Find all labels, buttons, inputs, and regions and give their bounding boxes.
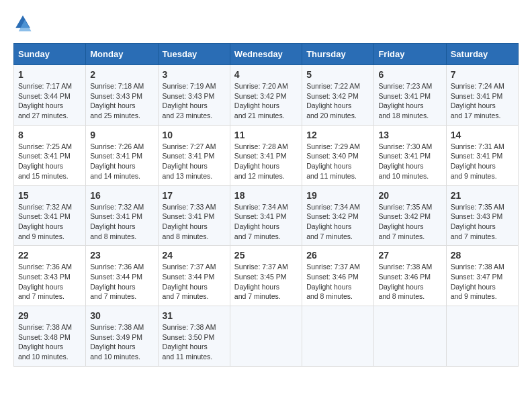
- calendar-cell: [230, 306, 302, 367]
- calendar-cell: [374, 306, 446, 367]
- cell-info: Sunrise: 7:38 AMSunset: 3:50 PMDaylight …: [163, 323, 216, 361]
- day-number: 7: [451, 69, 514, 80]
- col-tuesday: Tuesday: [158, 44, 230, 65]
- calendar-cell: 20 Sunrise: 7:35 AMSunset: 3:42 PMDaylig…: [374, 185, 446, 246]
- cell-info: Sunrise: 7:38 AMSunset: 3:49 PMDaylight …: [90, 323, 144, 361]
- cell-info: Sunrise: 7:28 AMSunset: 3:41 PMDaylight …: [234, 142, 288, 180]
- calendar-cell: 11 Sunrise: 7:28 AMSunset: 3:41 PMDaylig…: [230, 125, 302, 185]
- cell-info: Sunrise: 7:33 AMSunset: 3:41 PMDaylight …: [163, 203, 216, 240]
- cell-info: Sunrise: 7:22 AMSunset: 3:42 PMDaylight …: [306, 82, 360, 120]
- day-number: 15: [18, 190, 81, 201]
- day-number: 25: [234, 250, 298, 261]
- day-number: 17: [163, 190, 226, 201]
- day-number: 6: [378, 69, 441, 80]
- cell-info: Sunrise: 7:38 AMSunset: 3:47 PMDaylight …: [451, 263, 504, 300]
- calendar-cell: 24 Sunrise: 7:37 AMSunset: 3:44 PMDaylig…: [158, 246, 230, 306]
- col-saturday: Saturday: [446, 44, 518, 65]
- cell-info: Sunrise: 7:37 AMSunset: 3:45 PMDaylight …: [234, 263, 288, 300]
- calendar-cell: 19 Sunrise: 7:34 AMSunset: 3:42 PMDaylig…: [302, 185, 374, 246]
- cell-info: Sunrise: 7:20 AMSunset: 3:42 PMDaylight …: [234, 82, 288, 120]
- calendar-cell: 28 Sunrise: 7:38 AMSunset: 3:47 PMDaylig…: [446, 246, 518, 306]
- cell-info: Sunrise: 7:23 AMSunset: 3:41 PMDaylight …: [378, 82, 432, 120]
- calendar-cell: 5 Sunrise: 7:22 AMSunset: 3:42 PMDayligh…: [302, 65, 374, 126]
- calendar-cell: 14 Sunrise: 7:31 AMSunset: 3:41 PMDaylig…: [446, 125, 518, 185]
- cell-info: Sunrise: 7:24 AMSunset: 3:41 PMDaylight …: [451, 82, 504, 120]
- day-number: 24: [163, 250, 226, 261]
- calendar-cell: 21 Sunrise: 7:35 AMSunset: 3:43 PMDaylig…: [446, 185, 518, 246]
- day-number: 16: [90, 190, 153, 201]
- calendar-week-row: 22 Sunrise: 7:36 AMSunset: 3:43 PMDaylig…: [14, 246, 519, 306]
- day-number: 13: [378, 130, 441, 140]
- day-number: 8: [18, 130, 81, 140]
- calendar-cell: 13 Sunrise: 7:30 AMSunset: 3:41 PMDaylig…: [374, 125, 446, 185]
- cell-info: Sunrise: 7:35 AMSunset: 3:43 PMDaylight …: [451, 203, 504, 240]
- calendar-cell: 8 Sunrise: 7:25 AMSunset: 3:41 PMDayligh…: [14, 125, 86, 185]
- day-number: 3: [163, 69, 226, 80]
- cell-info: Sunrise: 7:37 AMSunset: 3:46 PMDaylight …: [306, 263, 360, 300]
- col-friday: Friday: [374, 44, 446, 65]
- cell-info: Sunrise: 7:25 AMSunset: 3:41 PMDaylight …: [18, 142, 72, 180]
- day-number: 2: [90, 69, 153, 80]
- calendar-cell: 22 Sunrise: 7:36 AMSunset: 3:43 PMDaylig…: [14, 246, 86, 306]
- day-number: 10: [163, 130, 226, 140]
- calendar-body: 1 Sunrise: 7:17 AMSunset: 3:44 PMDayligh…: [14, 65, 519, 367]
- cell-info: Sunrise: 7:19 AMSunset: 3:43 PMDaylight …: [163, 82, 216, 120]
- cell-info: Sunrise: 7:26 AMSunset: 3:41 PMDaylight …: [90, 142, 144, 180]
- calendar-cell: 3 Sunrise: 7:19 AMSunset: 3:43 PMDayligh…: [158, 65, 230, 126]
- day-number: 29: [18, 310, 81, 321]
- header-row: Sunday Monday Tuesday Wednesday Thursday…: [14, 44, 519, 65]
- calendar-cell: 26 Sunrise: 7:37 AMSunset: 3:46 PMDaylig…: [302, 246, 374, 306]
- cell-info: Sunrise: 7:18 AMSunset: 3:43 PMDaylight …: [90, 82, 144, 120]
- logo-icon: [13, 13, 32, 32]
- calendar-cell: 16 Sunrise: 7:32 AMSunset: 3:41 PMDaylig…: [86, 185, 158, 246]
- day-number: 21: [451, 190, 514, 201]
- cell-info: Sunrise: 7:37 AMSunset: 3:44 PMDaylight …: [163, 263, 216, 300]
- cell-info: Sunrise: 7:38 AMSunset: 3:48 PMDaylight …: [18, 323, 72, 361]
- col-sunday: Sunday: [14, 44, 86, 65]
- cell-info: Sunrise: 7:36 AMSunset: 3:43 PMDaylight …: [18, 263, 72, 300]
- cell-info: Sunrise: 7:29 AMSunset: 3:40 PMDaylight …: [306, 142, 360, 180]
- calendar-cell: 4 Sunrise: 7:20 AMSunset: 3:42 PMDayligh…: [230, 65, 302, 126]
- cell-info: Sunrise: 7:27 AMSunset: 3:41 PMDaylight …: [163, 142, 216, 180]
- col-thursday: Thursday: [302, 44, 374, 65]
- calendar-cell: 15 Sunrise: 7:32 AMSunset: 3:41 PMDaylig…: [14, 185, 86, 246]
- calendar-cell: 17 Sunrise: 7:33 AMSunset: 3:41 PMDaylig…: [158, 185, 230, 246]
- calendar-cell: 7 Sunrise: 7:24 AMSunset: 3:41 PMDayligh…: [446, 65, 518, 126]
- calendar-cell: 23 Sunrise: 7:36 AMSunset: 3:44 PMDaylig…: [86, 246, 158, 306]
- calendar-table: Sunday Monday Tuesday Wednesday Thursday…: [13, 43, 519, 367]
- calendar-week-row: 15 Sunrise: 7:32 AMSunset: 3:41 PMDaylig…: [14, 185, 519, 246]
- logo: [13, 13, 35, 32]
- day-number: 18: [234, 190, 298, 201]
- calendar-cell: 27 Sunrise: 7:38 AMSunset: 3:46 PMDaylig…: [374, 246, 446, 306]
- day-number: 31: [163, 310, 226, 321]
- calendar-cell: 31 Sunrise: 7:38 AMSunset: 3:50 PMDaylig…: [158, 306, 230, 367]
- col-monday: Monday: [86, 44, 158, 65]
- day-number: 20: [378, 190, 441, 201]
- calendar-cell: 10 Sunrise: 7:27 AMSunset: 3:41 PMDaylig…: [158, 125, 230, 185]
- calendar-cell: [302, 306, 374, 367]
- cell-info: Sunrise: 7:32 AMSunset: 3:41 PMDaylight …: [90, 203, 144, 240]
- cell-info: Sunrise: 7:30 AMSunset: 3:41 PMDaylight …: [378, 142, 432, 180]
- calendar-cell: 9 Sunrise: 7:26 AMSunset: 3:41 PMDayligh…: [86, 125, 158, 185]
- calendar-header: Sunday Monday Tuesday Wednesday Thursday…: [14, 44, 519, 65]
- day-number: 14: [451, 130, 514, 140]
- cell-info: Sunrise: 7:17 AMSunset: 3:44 PMDaylight …: [18, 82, 72, 120]
- cell-info: Sunrise: 7:38 AMSunset: 3:46 PMDaylight …: [378, 263, 432, 300]
- header: [13, 13, 519, 32]
- day-number: 22: [18, 250, 81, 261]
- cell-info: Sunrise: 7:36 AMSunset: 3:44 PMDaylight …: [90, 263, 144, 300]
- day-number: 11: [234, 130, 298, 140]
- day-number: 23: [90, 250, 153, 261]
- day-number: 12: [306, 130, 369, 140]
- col-wednesday: Wednesday: [230, 44, 302, 65]
- calendar-cell: 18 Sunrise: 7:34 AMSunset: 3:41 PMDaylig…: [230, 185, 302, 246]
- cell-info: Sunrise: 7:34 AMSunset: 3:41 PMDaylight …: [234, 203, 288, 240]
- calendar-cell: 1 Sunrise: 7:17 AMSunset: 3:44 PMDayligh…: [14, 65, 86, 126]
- cell-info: Sunrise: 7:34 AMSunset: 3:42 PMDaylight …: [306, 203, 360, 240]
- calendar-cell: 25 Sunrise: 7:37 AMSunset: 3:45 PMDaylig…: [230, 246, 302, 306]
- day-number: 28: [451, 250, 514, 261]
- calendar-week-row: 29 Sunrise: 7:38 AMSunset: 3:48 PMDaylig…: [14, 306, 519, 367]
- calendar-week-row: 8 Sunrise: 7:25 AMSunset: 3:41 PMDayligh…: [14, 125, 519, 185]
- calendar-cell: [446, 306, 518, 367]
- calendar-cell: 29 Sunrise: 7:38 AMSunset: 3:48 PMDaylig…: [14, 306, 86, 367]
